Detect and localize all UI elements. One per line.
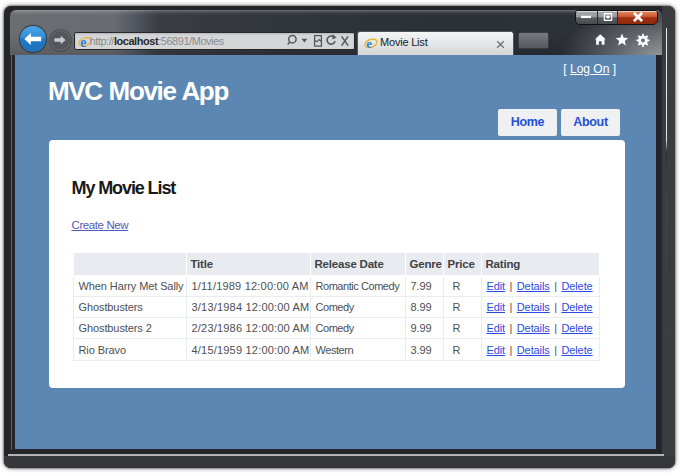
svg-text:e: e [80,35,86,49]
svg-text:e: e [366,37,372,50]
